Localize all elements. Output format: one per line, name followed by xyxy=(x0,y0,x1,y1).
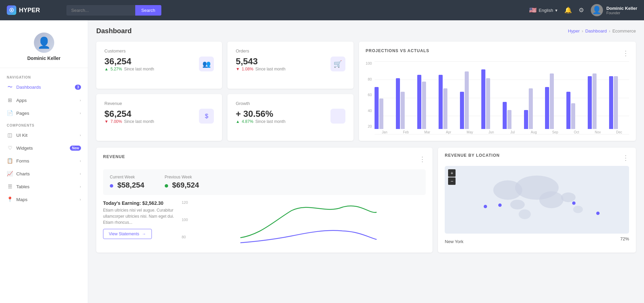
orders-pct: 1.08% xyxy=(242,67,253,71)
world-map-svg xyxy=(445,166,629,234)
widgets-icon: ♡ xyxy=(7,145,13,151)
orders-change: ▼ 1.08% Since last month xyxy=(236,67,285,71)
sidebar-item-charts[interactable]: 📈 Charts › xyxy=(0,167,88,180)
breadcrumb-ecommerce: Ecommerce xyxy=(612,28,636,34)
bar-group xyxy=(417,75,437,129)
sidebar-item-apps[interactable]: ⊞ Apps › xyxy=(0,94,88,107)
breadcrumb: Hyper › Dashboard › Ecommerce xyxy=(568,28,636,34)
bar-group xyxy=(396,78,416,129)
nav-section-label: NAVIGATION xyxy=(0,71,88,81)
customers-change-label: Since last month xyxy=(124,67,154,71)
current-week-label: Current Week xyxy=(110,175,144,179)
sidebar-item-label: Dashboards xyxy=(16,85,72,90)
user-info: Dominic Keller Founder xyxy=(606,6,637,15)
current-week-stat: Current Week $58,254 xyxy=(110,175,144,190)
settings-gear[interactable]: ⚙ xyxy=(579,6,584,14)
bar-group xyxy=(481,69,501,129)
pages-icon: 📄 xyxy=(7,110,13,116)
sidebar-item-maps[interactable]: 📍 Maps › xyxy=(0,193,88,206)
line-chart-svg xyxy=(191,200,426,244)
bar-actual xyxy=(460,92,464,129)
view-statements-button[interactable]: View Statements → xyxy=(103,229,152,239)
sidebar-item-label: Maps xyxy=(16,197,76,202)
bar-actual xyxy=(481,69,485,129)
sidebar-item-tables[interactable]: ☰ Tables › xyxy=(0,180,88,193)
language-selector[interactable]: 🇺🇸 English ▾ xyxy=(529,6,558,14)
bar-projected xyxy=(486,78,490,129)
sidebar-item-forms[interactable]: 📋 Forms › xyxy=(0,154,88,167)
bar-actual xyxy=(503,102,507,129)
maps-icon: 📍 xyxy=(7,196,13,202)
sidebar-item-ui-kit[interactable]: ◫ UI Kit › xyxy=(0,129,88,142)
logo-icon: ⦿ xyxy=(7,5,16,15)
bar-projected xyxy=(422,82,426,129)
sidebar-item-widgets[interactable]: ♡ Widgets New xyxy=(0,142,88,154)
main-content: Dashboard Hyper › Dashboard › Ecommerce … xyxy=(88,20,644,303)
revenue-stats: Current Week $58,254 Previous Week $69,5… xyxy=(103,169,426,195)
projections-menu[interactable]: ⋮ xyxy=(622,49,629,57)
notifications-bell[interactable]: 🔔 xyxy=(564,6,572,14)
uikit-icon: ◫ xyxy=(7,132,13,138)
map-menu[interactable]: ⋮ xyxy=(622,154,629,162)
previous-week-value: $69,524 xyxy=(165,181,199,190)
charts-icon: 📈 xyxy=(7,171,13,177)
up-arrow-icon: ▲ xyxy=(236,119,240,124)
y-label: 100 xyxy=(366,61,372,65)
search-area: Search xyxy=(66,5,161,16)
orders-value: 5,543 xyxy=(236,56,285,67)
revenue-change-label: Since last month xyxy=(124,119,154,124)
projections-chart-card: PROJECTIONS VS ACTUALS ⋮ 100 80 60 40 20 xyxy=(359,42,636,141)
bar-group xyxy=(503,102,523,129)
bar-actual xyxy=(609,76,613,129)
sidebar-item-label: Tables xyxy=(16,184,76,189)
bar-projected xyxy=(550,73,554,129)
sidebar-item-pages[interactable]: 📄 Pages › xyxy=(0,107,88,120)
svg-point-3 xyxy=(510,200,525,210)
user-menu[interactable]: 👤 Dominic Keller Founder xyxy=(591,4,637,16)
map-dot-1 xyxy=(484,205,487,208)
breadcrumb-hyper[interactable]: Hyper xyxy=(568,28,580,34)
sidebar-avatar: 👤 xyxy=(34,33,54,53)
topbar: ⦿ HYPER Search 🇺🇸 English ▾ 🔔 ⚙ 👤 Domini… xyxy=(0,0,644,20)
customers-change: ▲ 5.27% Since last month xyxy=(104,67,154,71)
bar-actual xyxy=(375,87,379,129)
search-input[interactable] xyxy=(66,5,135,16)
bar-projected xyxy=(571,103,575,129)
revenue-label: Revenue xyxy=(104,101,214,106)
sidebar-item-label: Widgets xyxy=(16,146,66,151)
up-arrow-icon: ▲ xyxy=(104,67,108,71)
svg-point-4 xyxy=(519,210,531,219)
chevron-right-icon: › xyxy=(80,98,81,102)
dashboard-icon: 〜 xyxy=(7,84,13,90)
bar-group xyxy=(460,71,480,129)
sidebar-user: 👤 Dominic Keller xyxy=(0,27,88,68)
orders-card: Orders 5,543 ▼ 1.08% Since last month 🛒 xyxy=(227,42,353,89)
sidebar-item-label: Apps xyxy=(16,98,76,103)
sidebar-item-dashboards[interactable]: 〜 Dashboards 3 xyxy=(0,81,88,94)
bar-projected xyxy=(443,88,447,129)
revenue-menu[interactable]: ⋮ xyxy=(419,155,426,163)
language-label: English xyxy=(539,8,553,13)
bar-group xyxy=(375,87,395,129)
sidebar-item-label: Charts xyxy=(16,171,76,176)
avatar: 👤 xyxy=(591,4,603,16)
app-name: HYPER xyxy=(19,7,40,14)
growth-label: Growth xyxy=(236,101,345,106)
bar-projected xyxy=(465,71,469,129)
earning-title: Today's Earning: $2,562.30 xyxy=(103,200,184,206)
sidebar-item-label: Forms xyxy=(16,158,76,164)
bar-projected xyxy=(592,73,597,129)
svg-point-6 xyxy=(573,206,583,213)
revenue-line-chart: 120 100 80 xyxy=(191,200,426,246)
svg-point-5 xyxy=(561,193,576,202)
customers-icon: 👥 xyxy=(199,57,214,71)
customers-card: Customers 36,254 ▲ 5.27% Since last mont… xyxy=(96,42,222,89)
customers-value: 36,254 xyxy=(104,56,154,67)
search-button[interactable]: Search xyxy=(135,5,161,16)
bar-actual xyxy=(524,110,528,129)
growth-change: ▲ 4.87% Since last month xyxy=(236,119,285,124)
revenue-pct: 7.00% xyxy=(110,119,122,124)
chevron-right-icon: › xyxy=(80,159,81,163)
chevron-right-icon: › xyxy=(80,111,81,115)
breadcrumb-dashboard[interactable]: Dashboard xyxy=(585,28,607,34)
